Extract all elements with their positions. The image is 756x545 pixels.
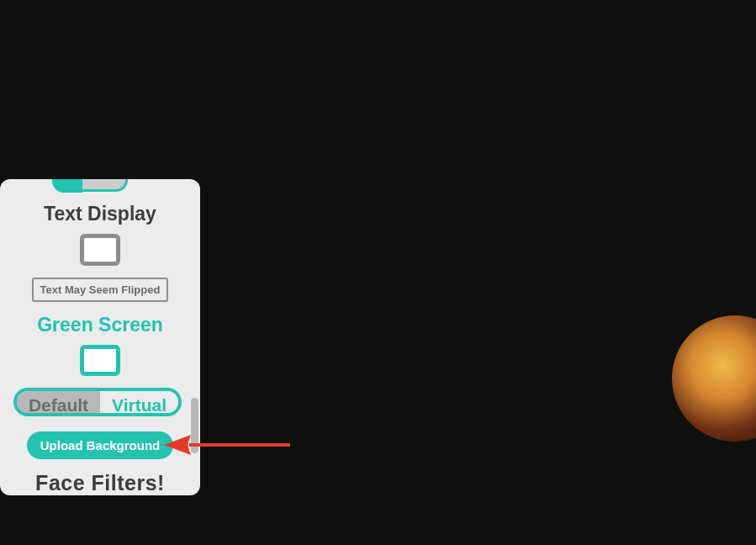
upload-background-button[interactable]: Upload Background: [27, 431, 174, 459]
face-filters-title: Face Filters!: [35, 471, 165, 495]
toggle-virtual-button[interactable]: Virtual: [100, 391, 178, 413]
green-screen-checkbox[interactable]: [80, 345, 120, 377]
green-screen-toggle: Default Virtual: [13, 388, 182, 416]
scrollbar-thumb[interactable]: [191, 398, 198, 453]
green-screen-title: Green Screen: [37, 314, 163, 336]
partial-toggle-half: [52, 179, 82, 193]
text-display-checkbox[interactable]: [80, 234, 120, 266]
settings-panel: Text Display Text May Seem Flipped Green…: [0, 179, 200, 495]
avatar[interactable]: [672, 315, 756, 442]
text-display-title: Text Display: [44, 203, 156, 225]
partial-toggle-top: [52, 179, 128, 192]
text-flipped-note: Text May Seem Flipped: [32, 278, 169, 302]
toggle-default-button[interactable]: Default: [17, 391, 100, 413]
